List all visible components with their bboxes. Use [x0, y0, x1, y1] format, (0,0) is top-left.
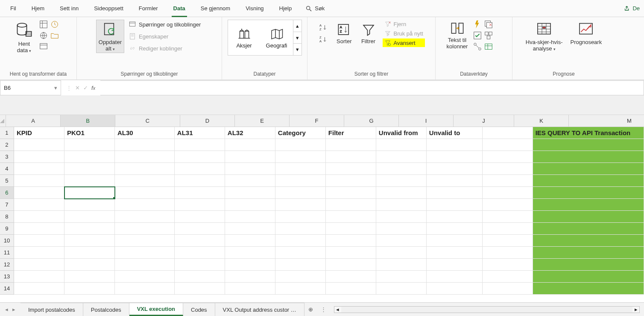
cell-G4[interactable] — [326, 163, 376, 175]
cell-F5[interactable] — [275, 175, 326, 187]
cell-K10[interactable] — [483, 235, 533, 247]
cell-I1[interactable]: Unvalid from — [376, 127, 427, 139]
row-header-12[interactable]: 12 — [0, 259, 14, 271]
sheet-nav-next[interactable]: ▸ — [12, 306, 15, 313]
col-header-F[interactable]: F — [290, 115, 344, 127]
cell-D2[interactable] — [175, 139, 225, 151]
relationships-icon[interactable] — [473, 42, 482, 51]
cell-J8[interactable] — [427, 211, 483, 223]
cell-B9[interactable] — [64, 223, 115, 235]
cell-C11[interactable] — [115, 247, 175, 259]
cell-I8[interactable] — [376, 211, 427, 223]
tab-segjennom[interactable]: Se gjennom — [199, 0, 232, 17]
cell-E6[interactable] — [225, 187, 275, 199]
advanced-filter-button[interactable]: Avansert — [383, 38, 425, 47]
col-header-K[interactable]: K — [514, 115, 569, 127]
cell-K9[interactable] — [483, 223, 533, 235]
cell-K8[interactable] — [483, 211, 533, 223]
cell-B10[interactable] — [64, 235, 115, 247]
what-if-button[interactable]: Hva-skjer-hvis- analyse — [523, 20, 565, 53]
row-header-9[interactable]: 9 — [0, 223, 14, 235]
cell-K13[interactable] — [483, 271, 533, 283]
tab-formler[interactable]: Formler — [137, 0, 160, 17]
gallery-down[interactable]: ▾ — [293, 32, 302, 44]
cell-F8[interactable] — [275, 211, 326, 223]
cell-C7[interactable] — [115, 199, 175, 211]
cell-D10[interactable] — [175, 235, 225, 247]
existing-connections-icon[interactable] — [39, 42, 48, 51]
enter-formula-button[interactable]: ✓ — [83, 85, 88, 91]
sheet-tab-vxl-execution[interactable]: VXL execution — [129, 303, 183, 316]
queries-connections-button[interactable]: Spørringer og tilkoblinger — [127, 20, 202, 29]
cell-J11[interactable] — [427, 247, 483, 259]
cell-C2[interactable] — [115, 139, 175, 151]
cell-E13[interactable] — [225, 271, 275, 283]
cell-A1[interactable]: KPID — [14, 127, 64, 139]
cell-C9[interactable] — [115, 223, 175, 235]
cell-E3[interactable] — [225, 151, 275, 163]
cell-C4[interactable] — [115, 163, 175, 175]
cell-G8[interactable] — [326, 211, 376, 223]
text-to-columns-button[interactable]: Tekst til kolonner — [444, 20, 471, 51]
cell-F11[interactable] — [275, 247, 326, 259]
cell-K4[interactable] — [483, 163, 533, 175]
cell-K1[interactable] — [483, 127, 533, 139]
cell-I2[interactable] — [376, 139, 427, 151]
sheet-tab-codes[interactable]: Codes — [183, 303, 215, 316]
cell-F9[interactable] — [275, 223, 326, 235]
cell-G10[interactable] — [326, 235, 376, 247]
cell-B5[interactable] — [64, 175, 115, 187]
cell-M11[interactable] — [533, 247, 644, 259]
cell-A4[interactable] — [14, 163, 64, 175]
flash-fill-icon[interactable] — [473, 20, 482, 29]
cell-A12[interactable] — [14, 259, 64, 271]
cell-I3[interactable] — [376, 151, 427, 163]
cell-M6[interactable] — [533, 187, 644, 199]
horizontal-scrollbar[interactable]: ◂ ▸ — [334, 306, 640, 313]
cell-B6[interactable] — [64, 187, 115, 199]
cell-C12[interactable] — [115, 259, 175, 271]
cell-E12[interactable] — [225, 259, 275, 271]
cell-M2[interactable] — [533, 139, 644, 151]
properties-button[interactable]: Egenskaper — [127, 32, 202, 41]
cell-J6[interactable] — [427, 187, 483, 199]
cell-J7[interactable] — [427, 199, 483, 211]
hscroll-right[interactable]: ▸ — [632, 307, 639, 313]
cell-M14[interactable] — [533, 283, 644, 295]
col-header-M[interactable]: M — [569, 115, 644, 127]
row-header-11[interactable]: 11 — [0, 247, 14, 259]
cell-E7[interactable] — [225, 199, 275, 211]
remove-duplicates-icon[interactable] — [484, 20, 493, 29]
cell-M12[interactable] — [533, 259, 644, 271]
cell-G9[interactable] — [326, 223, 376, 235]
cell-B1[interactable]: PKO1 — [64, 127, 115, 139]
tab-sideoppsett[interactable]: Sideoppsett — [92, 0, 125, 17]
cell-M9[interactable] — [533, 223, 644, 235]
cell-D3[interactable] — [175, 151, 225, 163]
cell-F12[interactable] — [275, 259, 326, 271]
reapply-filter-button[interactable]: Bruk på nytt — [383, 29, 425, 38]
cell-I9[interactable] — [376, 223, 427, 235]
gallery-more[interactable]: ▾ — [293, 44, 302, 55]
cell-B8[interactable] — [64, 211, 115, 223]
cell-F3[interactable] — [275, 151, 326, 163]
row-header-5[interactable]: 5 — [0, 175, 14, 187]
cell-I6[interactable] — [376, 187, 427, 199]
cell-D9[interactable] — [175, 223, 225, 235]
cell-A2[interactable] — [14, 139, 64, 151]
sort-desc-button[interactable]: ZA — [318, 35, 330, 44]
cell-I13[interactable] — [376, 271, 427, 283]
row-header-2[interactable]: 2 — [0, 139, 14, 151]
sheet-nav-prev[interactable]: ◂ — [5, 306, 8, 313]
cell-M10[interactable] — [533, 235, 644, 247]
cancel-formula-button[interactable]: ✕ — [75, 85, 80, 91]
cell-M4[interactable] — [533, 163, 644, 175]
hscroll-left[interactable]: ◂ — [334, 307, 341, 313]
cell-J9[interactable] — [427, 223, 483, 235]
cell-K14[interactable] — [483, 283, 533, 295]
cell-B14[interactable] — [64, 283, 115, 295]
cell-C6[interactable] — [115, 187, 175, 199]
cell-J14[interactable] — [427, 283, 483, 295]
row-header-14[interactable]: 14 — [0, 283, 14, 295]
col-header-D[interactable]: D — [180, 115, 235, 127]
